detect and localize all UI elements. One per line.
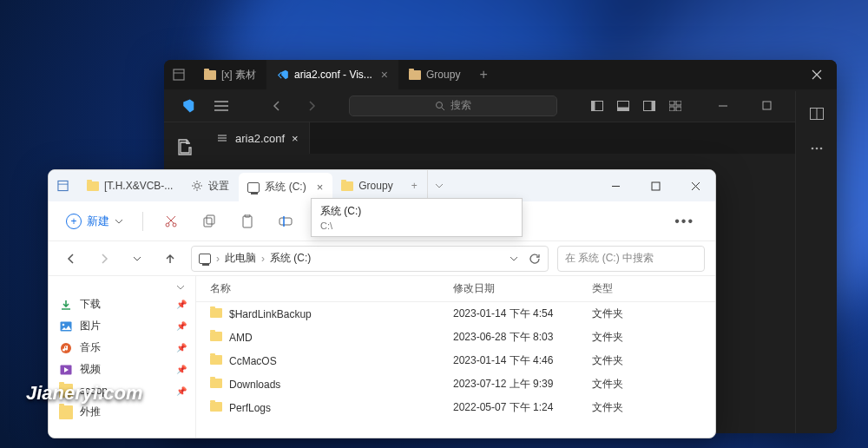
copy-icon[interactable] (194, 206, 225, 237)
explorer-sidebar: 下载 📌 图片 📌 音乐 📌 视频 📌 scoop 📌 (49, 276, 196, 438)
new-button[interactable]: + 新建 (59, 210, 130, 233)
pin-icon: 📌 (176, 300, 187, 309)
search-placeholder: 搜索 (450, 98, 471, 113)
sidebar-item-videos[interactable]: 视频 📌 (49, 359, 195, 380)
close-icon[interactable]: × (317, 181, 324, 194)
sidebar-label: scoop (80, 385, 108, 397)
svg-rect-10 (669, 107, 674, 111)
titlebar-tab-aria2[interactable]: aria2.conf - Vis... × (266, 60, 398, 89)
sidebar-item-downloads[interactable]: 下载 📌 (49, 293, 195, 315)
folder-icon (210, 379, 222, 388)
rename-icon[interactable] (270, 206, 301, 237)
column-date[interactable]: 修改日期 (453, 281, 592, 296)
row-type: 文件夹 (592, 330, 701, 345)
column-type[interactable]: 类型 (592, 281, 701, 296)
titlebar-tab-groupy[interactable]: Groupy (332, 170, 402, 201)
tab-label: [T.H.X&VCB-... (104, 180, 173, 192)
sidebar-item-pictures[interactable]: 图片 📌 (49, 315, 195, 337)
close-icon[interactable]: × (381, 68, 388, 82)
titlebar-tab-material[interactable]: [x] 素材 (194, 60, 266, 89)
nav-back-icon[interactable] (59, 247, 83, 271)
titlebar-tab-groupy[interactable]: Groupy (398, 60, 470, 89)
sidebar-collapse-icon[interactable] (49, 281, 195, 293)
table-row[interactable]: Downloads2023-07-12 上午 9:39文件夹 (196, 372, 715, 396)
explorer-titlebar: [T.H.X&VCB-... 设置 系统 (C:) × Groupy + (49, 170, 715, 201)
breadcrumb-bar[interactable]: › 此电脑 › 系统 (C:) (191, 246, 549, 272)
sidebar-item-waitui[interactable]: 外推 (49, 401, 195, 423)
gear-icon (191, 180, 203, 192)
close-window-button[interactable] (797, 60, 837, 89)
chevron-right-icon: › (261, 253, 265, 265)
editor-tab-label: aria2.conf (235, 132, 285, 145)
chevron-down-icon[interactable] (510, 256, 518, 261)
sidebar-label: 外推 (80, 405, 101, 419)
svg-point-15 (815, 148, 818, 150)
command-search[interactable]: 搜索 (349, 96, 557, 116)
layout-right-icon[interactable] (637, 89, 661, 122)
split-editor-icon[interactable] (796, 98, 838, 129)
layout-left-icon[interactable] (585, 89, 609, 122)
row-name: Downloads (229, 379, 280, 391)
video-icon (59, 363, 73, 377)
breadcrumb-item[interactable]: 系统 (C:) (270, 251, 311, 266)
tab-label: Groupy (358, 180, 392, 192)
refresh-icon[interactable] (529, 253, 541, 265)
new-label: 新建 (87, 214, 109, 229)
new-tab-button[interactable]: + (470, 67, 496, 82)
explorer-icon[interactable] (164, 129, 206, 164)
titlebar-tab-settings[interactable]: 设置 (182, 170, 239, 201)
editor-tabs: aria2.conf × (206, 122, 837, 154)
menu-icon[interactable] (206, 89, 237, 122)
svg-rect-5 (618, 107, 629, 110)
svg-rect-11 (676, 107, 681, 111)
nav-forward-icon[interactable] (92, 247, 116, 271)
table-row[interactable]: PerfLogs2022-05-07 下午 1:24文件夹 (196, 396, 715, 419)
pc-icon (247, 182, 260, 193)
tooltip-title: 系统 (C:) (320, 204, 513, 219)
svg-rect-22 (204, 218, 212, 227)
nav-recent-icon[interactable] (125, 247, 149, 271)
cut-icon[interactable] (155, 206, 187, 237)
folder-icon (409, 70, 421, 80)
maximize-button[interactable] (635, 170, 675, 201)
table-row[interactable]: $HardLinkBackup2023-01-14 下午 4:54文件夹 (196, 302, 715, 326)
folder-icon (210, 402, 222, 412)
nav-up-icon[interactable] (158, 247, 182, 271)
column-name[interactable]: 名称 (210, 281, 453, 296)
nav-back-icon[interactable] (261, 89, 293, 122)
table-row[interactable]: CcMacOS2023-01-14 下午 4:46文件夹 (196, 349, 715, 372)
svg-rect-12 (763, 102, 771, 109)
table-row[interactable]: AMD2023-06-28 下午 8:03文件夹 (196, 326, 715, 349)
titlebar-tab-thx[interactable]: [T.H.X&VCB-... (78, 170, 182, 201)
maximize-button[interactable] (746, 91, 786, 121)
sidebar-item-scoop[interactable]: scoop 📌 (49, 380, 195, 401)
tab-tooltip: 系统 (C:) C:\ (311, 198, 523, 237)
editor-tab-aria2[interactable]: aria2.conf × (206, 122, 310, 154)
svg-rect-3 (592, 101, 595, 110)
list-header[interactable]: 名称 修改日期 类型 (196, 276, 715, 302)
sidebar-item-music[interactable]: 音乐 📌 (49, 337, 195, 359)
layout-grid-icon[interactable] (663, 89, 687, 122)
breadcrumb-item[interactable]: 此电脑 (225, 251, 256, 266)
layout-bottom-icon[interactable] (611, 89, 635, 122)
minimize-button[interactable] (595, 170, 635, 201)
row-date: 2022-05-07 下午 1:24 (453, 400, 592, 415)
paste-icon[interactable] (232, 206, 263, 237)
row-type: 文件夹 (592, 306, 701, 321)
app-menu-icon[interactable] (164, 69, 194, 81)
nav-forward-icon[interactable] (296, 89, 327, 122)
minimize-button[interactable] (703, 91, 743, 121)
tab-dropdown-icon[interactable] (427, 170, 451, 201)
folder-icon (204, 70, 216, 80)
close-button[interactable] (675, 170, 715, 201)
close-icon[interactable]: × (292, 132, 299, 145)
vscode-logo-icon (171, 89, 202, 122)
row-date: 2023-06-28 下午 8:03 (453, 330, 592, 345)
search-input[interactable]: 在 系统 (C:) 中搜索 (557, 246, 705, 272)
svg-rect-7 (652, 101, 655, 110)
new-tab-button[interactable]: + (403, 170, 427, 201)
tab-label: [x] 素材 (221, 68, 256, 82)
more-button[interactable]: ••• (664, 214, 705, 229)
more-icon[interactable] (796, 133, 838, 164)
app-menu-icon[interactable] (49, 170, 78, 201)
